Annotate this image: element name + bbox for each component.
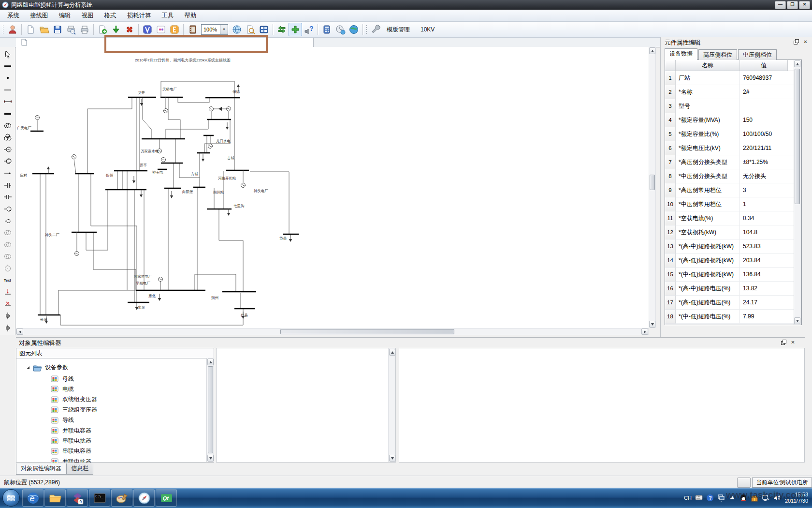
bus-bold-tool[interactable]: [2, 108, 14, 120]
property-row[interactable]: 4*额定容量(MVA)150: [665, 113, 801, 127]
menu-item-5[interactable]: 格式: [99, 10, 122, 21]
scroll-up-button[interactable]: [649, 47, 655, 54]
property-row[interactable]: 2*名称2#: [665, 85, 801, 99]
export-doc-icon[interactable]: [96, 23, 109, 36]
menu-item-4[interactable]: 视图: [76, 10, 99, 21]
template-manage-label[interactable]: 模版管理: [387, 26, 410, 34]
maximize-button[interactable]: ❐: [787, 1, 798, 9]
scroll-down-button[interactable]: [389, 455, 395, 462]
scroll-down-button[interactable]: [649, 321, 655, 328]
property-row[interactable]: 11*空载电流(%)0.34: [665, 211, 801, 225]
swap-arrows-icon[interactable]: [275, 23, 289, 36]
property-value[interactable]: 150: [740, 113, 795, 127]
taskbar-app-safari[interactable]: [133, 489, 155, 507]
property-value[interactable]: 136.84: [740, 268, 795, 282]
menu-item-6[interactable]: 损耗计算: [122, 10, 157, 21]
detail-pane[interactable]: [399, 348, 805, 463]
property-row[interactable]: 3型号: [665, 99, 801, 113]
taskbar-app-qt[interactable]: Qt: [156, 489, 177, 507]
hscroll-thumb[interactable]: [280, 329, 454, 334]
line-tool[interactable]: [2, 84, 14, 96]
load-arrow-tool[interactable]: [2, 167, 14, 179]
property-value[interactable]: 100/100/50: [740, 127, 795, 141]
delete-x-tool-tool[interactable]: [2, 298, 14, 310]
menu-item-2[interactable]: 接线图: [25, 10, 54, 21]
tree-item-三绕组变压器[interactable]: 三绕组变压器: [50, 405, 97, 414]
search-page-icon[interactable]: [244, 23, 257, 36]
window-switch-tray-icon[interactable]: [717, 494, 725, 502]
calculator-icon[interactable]: [320, 23, 334, 36]
world-icon[interactable]: [347, 23, 361, 36]
tab-中压侧档位[interactable]: 中压侧档位: [738, 49, 777, 60]
transformer-2w-gray-tool[interactable]: [2, 227, 14, 239]
keyboard-tray-icon[interactable]: [695, 494, 703, 502]
canvas-hscrollbar[interactable]: [16, 328, 649, 335]
property-value-pane[interactable]: [216, 348, 396, 463]
float-panel-icon[interactable]: [780, 339, 787, 346]
scroll-up-button[interactable]: [794, 60, 800, 67]
battery-tool[interactable]: [2, 322, 14, 334]
tree-item-并联电容器[interactable]: 并联电容器: [50, 426, 91, 435]
property-value[interactable]: 无分接头: [740, 169, 795, 183]
notebook-icon[interactable]: [186, 23, 199, 36]
taskbar-app-explorer[interactable]: [44, 489, 66, 507]
user-icon[interactable]: [6, 23, 19, 36]
reactor-series-tool[interactable]: [2, 215, 14, 226]
tab-设备数据[interactable]: 设备数据: [665, 48, 697, 60]
property-value[interactable]: 24.17: [740, 296, 795, 310]
minimize-button[interactable]: —: [775, 1, 786, 9]
scroll-left-button[interactable]: [16, 329, 23, 335]
v-badge-icon[interactable]: [141, 23, 154, 36]
wrench-icon[interactable]: [369, 23, 383, 36]
print-preview-icon[interactable]: [64, 23, 78, 36]
bottom-tab-对象属性编辑器[interactable]: 对象属性编辑器: [16, 463, 66, 475]
property-row[interactable]: 5*额定容量比(%)100/100/50: [665, 127, 801, 141]
property-row[interactable]: 13*(高-中)短路损耗(kW)523.83: [665, 239, 801, 254]
scroll-up-button[interactable]: [207, 359, 214, 365]
tree-item-双绕组变压器[interactable]: 双绕组变压器: [50, 395, 97, 404]
taskbar-app-paint[interactable]: [111, 489, 132, 507]
text-tool-tool[interactable]: Text: [2, 274, 14, 286]
tree-item-串联电抗器[interactable]: 串联电抗器: [50, 436, 91, 445]
network-tray-icon[interactable]: [762, 494, 769, 502]
battery-tool[interactable]: [2, 310, 14, 322]
property-row[interactable]: 10*中压侧常用档位1: [665, 197, 801, 211]
new-file-icon[interactable]: [24, 23, 37, 36]
scroll-right-button[interactable]: [641, 329, 648, 335]
menu-item-1[interactable]: 系统: [2, 10, 25, 21]
table-vscrollbar[interactable]: [794, 60, 801, 325]
bottom-tab-信息栏[interactable]: 信息栏: [66, 463, 93, 475]
help-speaker-icon[interactable]: ?: [302, 23, 316, 36]
property-value[interactable]: 1: [740, 197, 795, 211]
menu-item-3[interactable]: 编辑: [54, 10, 76, 21]
tree-root-item[interactable]: 设备参数: [26, 363, 68, 372]
close-panel-icon[interactable]: ✕: [789, 339, 797, 346]
taskbar-app-cmd[interactable]: C:\_: [89, 489, 110, 507]
dots-badge-icon[interactable]: [154, 23, 168, 36]
condenser-tool[interactable]: [2, 155, 14, 167]
property-value[interactable]: 0.34: [740, 211, 795, 225]
property-value[interactable]: 523.83: [740, 239, 795, 254]
add-plus-icon[interactable]: [289, 23, 302, 36]
node-dot-tool[interactable]: [2, 72, 14, 84]
e-badge-icon[interactable]: [168, 23, 181, 36]
property-row[interactable]: 1厂站760948937: [665, 71, 801, 85]
tree-item-电缆[interactable]: 电缆: [50, 385, 74, 393]
table-scroll-thumb[interactable]: [795, 69, 800, 204]
transformer-3w-tool[interactable]: [2, 132, 14, 143]
taskbar-app-visual-studio[interactable]: 9: [67, 489, 88, 507]
open-folder-icon[interactable]: [37, 23, 51, 36]
tree-item-导线[interactable]: 导线: [50, 416, 74, 425]
tree-vscrollbar[interactable]: [206, 358, 214, 462]
property-row[interactable]: 16*(高-中)短路电压(%)13.82: [665, 282, 801, 296]
taskbar-app-ie[interactable]: e: [22, 489, 44, 507]
measure-line-tool[interactable]: [2, 96, 14, 107]
close-button[interactable]: ✕: [799, 1, 810, 9]
property-row[interactable]: 9*高压侧常用档位3: [665, 183, 801, 197]
scroll-down-button[interactable]: [207, 455, 214, 462]
tree-item-母线[interactable]: 母线: [50, 374, 74, 383]
vscroll-thumb[interactable]: [650, 175, 655, 190]
property-row[interactable]: 17*(高-低)短路电压(%)24.17: [665, 296, 801, 310]
globe-icon[interactable]: [230, 23, 244, 36]
menu-item-7[interactable]: 工具: [157, 10, 179, 21]
